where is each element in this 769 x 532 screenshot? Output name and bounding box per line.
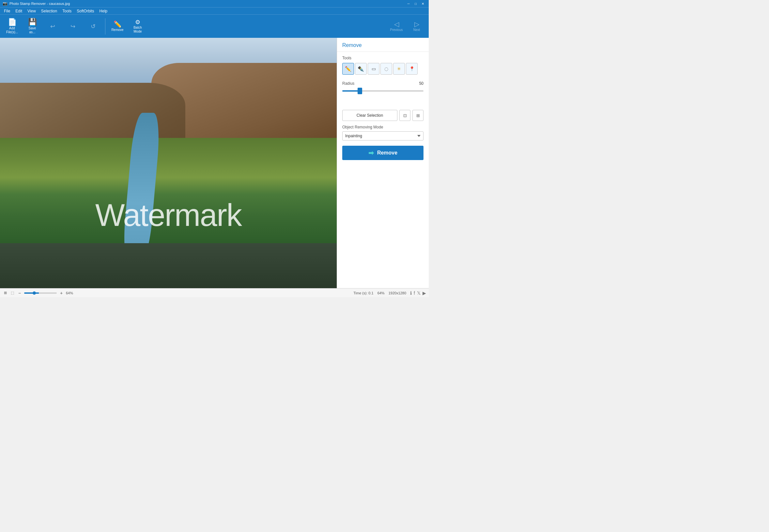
batch-mode-button[interactable]: ⚙ BatchMode <box>128 16 147 37</box>
remove-section: ➡ Remove <box>337 144 429 165</box>
magic-wand-button[interactable]: ✳ <box>393 63 405 75</box>
toolbar: 📄 AddFile(s)... 💾 Saveas... ↩ ↪ ↺ ✏️ Rem… <box>0 14 429 38</box>
mode-select[interactable]: Inpainting Content Aware Fill Surroundin… <box>342 131 423 140</box>
previous-button[interactable]: ◁ Previous <box>387 16 406 37</box>
radius-row: Radius 50 <box>342 81 423 86</box>
remove-toolbar-label: Remove <box>111 28 123 32</box>
main-layout: Watermark Remove Tools ✏️ ✒️ ▭ <box>0 38 429 288</box>
photo-background <box>0 38 337 288</box>
paste-selection-button[interactable]: ⊞ <box>412 110 423 121</box>
title-bar: 📷 Photo Stamp Remover - caucasus.jpg ─ □… <box>0 0 429 7</box>
save-as-label: Saveas... <box>29 26 36 34</box>
radius-value: 50 <box>419 81 423 86</box>
save-as-icon: 💾 <box>28 19 37 26</box>
zoom-out-button[interactable]: − <box>17 290 22 296</box>
menu-softorbits[interactable]: SoftOrbits <box>74 8 96 14</box>
restore-button[interactable]: □ <box>412 1 419 6</box>
radius-slider[interactable] <box>342 90 423 92</box>
remove-arrow-icon: ➡ <box>368 149 374 157</box>
remove-button-label: Remove <box>377 150 397 156</box>
bottom-rocks <box>0 243 337 288</box>
copy-selection-button[interactable]: ⊡ <box>399 110 410 121</box>
status-icons: ℹ f 𝕏 ▶ <box>410 290 426 296</box>
previous-icon: ◁ <box>394 21 399 27</box>
canvas-image: Watermark <box>0 38 337 288</box>
remove-button[interactable]: ➡ Remove <box>342 146 423 160</box>
reset-icon: ↺ <box>91 23 96 29</box>
remove-toolbar-button[interactable]: ✏️ Remove <box>108 16 127 37</box>
tools-row: ✏️ ✒️ ▭ ◌ ✳ 📍 <box>342 63 423 75</box>
menu-help[interactable]: Help <box>97 8 110 14</box>
mode-label: Object Removing Mode <box>342 125 423 129</box>
facebook-icon[interactable]: f <box>414 290 415 296</box>
menu-file[interactable]: File <box>1 8 13 14</box>
lasso-icon: ◌ <box>384 66 388 71</box>
paste-icon: ⊞ <box>416 113 420 118</box>
clear-section: Clear Selection ⊡ ⊞ <box>337 110 429 125</box>
menu-view[interactable]: View <box>25 8 38 14</box>
add-files-icon: 📄 <box>8 19 17 26</box>
menu-tools[interactable]: Tools <box>60 8 74 14</box>
tools-label: Tools <box>342 56 423 60</box>
status-right: Time (s): 0.1 64% 1920x1280 ℹ f 𝕏 ▶ <box>353 290 426 296</box>
mode-section: Object Removing Mode Inpainting Content … <box>337 125 429 144</box>
add-files-button[interactable]: 📄 AddFile(s)... <box>3 16 22 37</box>
batch-mode-label: BatchMode <box>133 26 142 34</box>
image-size: 1920x1280 <box>389 291 406 295</box>
add-files-label: AddFile(s)... <box>6 26 18 34</box>
zoom-display: 64% <box>66 291 73 295</box>
app-icon: 📷 <box>3 1 7 6</box>
zoom-percent: 64% <box>377 291 385 295</box>
clear-selection-button[interactable]: Clear Selection <box>342 110 397 121</box>
panel-title: Remove <box>337 38 429 52</box>
reset-button[interactable]: ↺ <box>83 16 102 37</box>
remove-toolbar-icon: ✏️ <box>113 21 122 27</box>
brush-tool-button[interactable]: ✏️ <box>342 63 354 75</box>
toolbar-separator-1 <box>105 18 105 35</box>
save-as-button[interactable]: 💾 Saveas... <box>23 16 42 37</box>
view-mode-button[interactable]: ⊞ <box>3 290 8 296</box>
radius-slider-container <box>342 88 423 94</box>
zoom-in-button[interactable]: + <box>59 290 64 296</box>
batch-mode-icon: ⚙ <box>135 19 140 25</box>
eraser-tool-button[interactable]: ✒️ <box>355 63 367 75</box>
rect-select-button[interactable]: ▭ <box>368 63 379 75</box>
undo-button[interactable]: ↩ <box>43 16 62 37</box>
status-left: ⊞ ⬚ − + 64% <box>3 290 73 296</box>
selection-mode-button[interactable]: ⬚ <box>10 290 15 296</box>
redo-icon: ↪ <box>70 23 75 29</box>
spacer-1 <box>337 103 429 110</box>
eraser-icon: ✒️ <box>358 66 364 72</box>
time-value: 0.1 <box>368 291 373 295</box>
redo-button[interactable]: ↪ <box>63 16 82 37</box>
zoom-slider[interactable] <box>24 292 57 294</box>
undo-icon: ↩ <box>50 23 55 29</box>
copy-icon: ⊡ <box>403 113 407 118</box>
close-button[interactable]: ✕ <box>420 1 426 6</box>
minimize-button[interactable]: ─ <box>405 1 412 6</box>
previous-label: Previous <box>390 28 403 32</box>
tools-section: Tools ✏️ ✒️ ▭ ◌ ✳ <box>337 52 429 80</box>
next-button[interactable]: ▷ Next <box>407 16 426 37</box>
meadow-layer <box>0 138 337 251</box>
next-label: Next <box>413 28 420 32</box>
lasso-tool-button[interactable]: ◌ <box>380 63 392 75</box>
canvas-area[interactable]: Watermark <box>0 38 337 288</box>
next-icon: ▷ <box>414 21 419 27</box>
time-label: Time (s): <box>353 291 367 295</box>
stamp-icon: 📍 <box>409 66 415 71</box>
youtube-icon[interactable]: ▶ <box>422 290 426 296</box>
title-bar-text: Photo Stamp Remover - caucasus.jpg <box>9 2 70 6</box>
radius-label: Radius <box>342 81 354 86</box>
info-icon[interactable]: ℹ <box>410 290 412 296</box>
menu-selection[interactable]: Selection <box>38 8 60 14</box>
twitter-icon[interactable]: 𝕏 <box>417 290 421 296</box>
rect-select-icon: ▭ <box>372 66 376 71</box>
radius-section: Radius 50 <box>337 80 429 103</box>
magic-wand-icon: ✳ <box>397 66 401 71</box>
brush-icon: ✏️ <box>345 66 351 72</box>
stamp-tool-button[interactable]: 📍 <box>406 63 418 75</box>
menu-edit[interactable]: Edit <box>13 8 25 14</box>
status-bar: ⊞ ⬚ − + 64% Time (s): 0.1 64% 1920x1280 … <box>0 288 429 297</box>
menu-bar: File Edit View Selection Tools SoftOrbit… <box>0 7 429 14</box>
